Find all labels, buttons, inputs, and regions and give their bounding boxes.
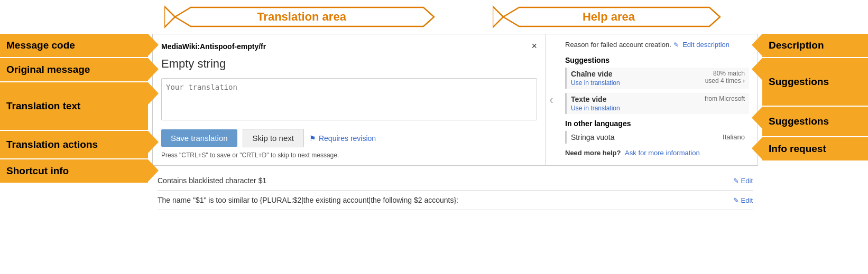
suggestion-item-2: Texte vide Use in translation from Micro… (565, 93, 749, 114)
translation-area-arrow: Translation area (148, 4, 455, 30)
need-help-text: Need more help? (565, 149, 621, 157)
description-right-label: Description (769, 40, 824, 51)
dialog-header: MediaWiki:Antispoof-empty/fr × (161, 41, 537, 52)
dialog-left-panel: MediaWiki:Antispoof-empty/fr × Empty str… (153, 34, 546, 165)
skip-next-button[interactable]: Skip to next (243, 129, 304, 147)
original-message-label: Original message (6, 64, 90, 75)
center-column: MediaWiki:Antispoof-empty/fr × Empty str… (148, 34, 762, 210)
original-message-text: Empty string (161, 57, 537, 71)
bottom-row-1-text: Contains blacklisted character $1 (158, 176, 266, 185)
left-labels-column: Message code Original message Translatio… (0, 34, 148, 210)
translation-text-label: Translation text (6, 100, 80, 112)
use-in-translation-1[interactable]: Use in translation (571, 79, 620, 87)
suggestion-2-left: Texte vide Use in translation (571, 95, 620, 112)
pencil-icon: ✎ (673, 41, 679, 49)
requires-revision-label: Requires revision (319, 134, 376, 143)
dialog-connector: ‹ (546, 34, 557, 165)
info-request-right-label: Info request (769, 143, 826, 155)
description-text: Reason for failed account creation. (565, 41, 671, 49)
requires-revision-button[interactable]: ⚑ Requires revision (309, 134, 376, 143)
right-labels-column: Description Suggestions Suggestions Info… (762, 34, 868, 210)
label-shortcut-info: Shortcut info (0, 159, 148, 183)
ask-for-info-link[interactable]: Ask for more information (625, 149, 700, 157)
label-suggestions-2: Suggestions (762, 107, 868, 136)
label-message-code: Message code (0, 34, 148, 57)
suggestion-2-meta: from Microsoft (705, 95, 745, 102)
translation-area-svg (164, 4, 439, 30)
other-lang-1-name: Italiano (723, 133, 745, 141)
svg-marker-3 (493, 6, 503, 27)
label-description: Description (762, 34, 868, 57)
bottom-row-2-edit[interactable]: ✎ Edit (733, 196, 753, 204)
svg-marker-2 (503, 7, 720, 26)
other-lang-1-text: Stringa vuota (571, 133, 615, 141)
arrows-center: Translation area Help area (148, 4, 762, 30)
suggestions-1-right-label: Suggestions (769, 76, 829, 88)
page-wrapper: Translation area Help area Message code … (0, 0, 868, 210)
svg-marker-0 (175, 7, 434, 26)
shortcut-info-label: Shortcut info (6, 165, 69, 177)
flag-icon: ⚑ (309, 134, 316, 143)
label-suggestions-1: Suggestions (762, 58, 868, 106)
label-translation-text: Translation text (0, 82, 148, 130)
need-help-section: Need more help? Ask for more information (565, 149, 749, 157)
suggestion-1-match: 80% match (705, 70, 745, 77)
help-area-arrow: Help area (455, 4, 762, 30)
label-translation-actions: Translation actions (0, 131, 148, 158)
shortcut-hint: Press "CTRL+S" to save or "CRTL+D" to sk… (161, 152, 537, 159)
suggestion-1-meta: 80% match used 4 times › (705, 70, 745, 84)
top-arrows-row: Translation area Help area (0, 0, 868, 34)
help-area-svg (493, 4, 725, 30)
translation-area-arrow-container: Translation area (164, 4, 439, 30)
svg-marker-1 (164, 6, 175, 27)
close-button[interactable]: × (531, 41, 537, 52)
message-code-label: Message code (6, 40, 75, 51)
dialog-actions: Save translation Skip to next ⚑ Requires… (161, 129, 537, 147)
suggestion-1-main: Chaîne vide Use in translation 80% match… (571, 70, 745, 87)
save-translation-button[interactable]: Save translation (161, 129, 237, 147)
suggestion-1-left: Chaîne vide Use in translation (571, 70, 620, 87)
bottom-row-2-text: The name "$1" is too similar to {PLURAL:… (158, 196, 458, 204)
label-original-message: Original message (0, 58, 148, 81)
dialog-box: MediaWiki:Antispoof-empty/fr × Empty str… (152, 34, 758, 166)
dialog-right-panel: Reason for failed account creation. ✎ Ed… (557, 34, 758, 165)
edit-description-link[interactable]: Edit description (682, 41, 730, 49)
use-in-translation-2[interactable]: Use in translation (571, 105, 620, 112)
suggestions-heading: Suggestions (565, 56, 749, 64)
help-area-arrow-container: Help area (493, 4, 725, 30)
suggestion-2-main: Texte vide Use in translation from Micro… (571, 95, 745, 112)
suggestion-2-source: from Microsoft (705, 95, 745, 102)
suggestion-item-1: Chaîne vide Use in translation 80% match… (565, 68, 749, 89)
bottom-row-2: The name "$1" is too similar to {PLURAL:… (158, 191, 753, 210)
dialog-title: MediaWiki:Antispoof-empty/fr (161, 42, 266, 51)
other-lang-item-1: Stringa vuota Italiano (565, 131, 749, 144)
suggestion-1-text: Chaîne vide (571, 70, 620, 78)
translation-input[interactable] (161, 78, 537, 120)
translation-actions-label: Translation actions (6, 139, 98, 150)
label-info-request: Info request (762, 137, 868, 160)
bottom-row-1-edit[interactable]: ✎ Edit (733, 177, 753, 185)
suggestions-2-right-label: Suggestions (769, 116, 829, 127)
description-line: Reason for failed account creation. ✎ Ed… (565, 41, 749, 49)
suggestion-1-times: used 4 times › (705, 77, 745, 84)
bottom-row-1: Contains blacklisted character $1 ✎ Edit (158, 171, 753, 191)
bottom-rows: Contains blacklisted character $1 ✎ Edit… (152, 171, 758, 210)
body-section: Message code Original message Translatio… (0, 34, 868, 210)
suggestion-2-text: Texte vide (571, 95, 620, 103)
in-other-languages-heading: In other languages (565, 119, 749, 128)
